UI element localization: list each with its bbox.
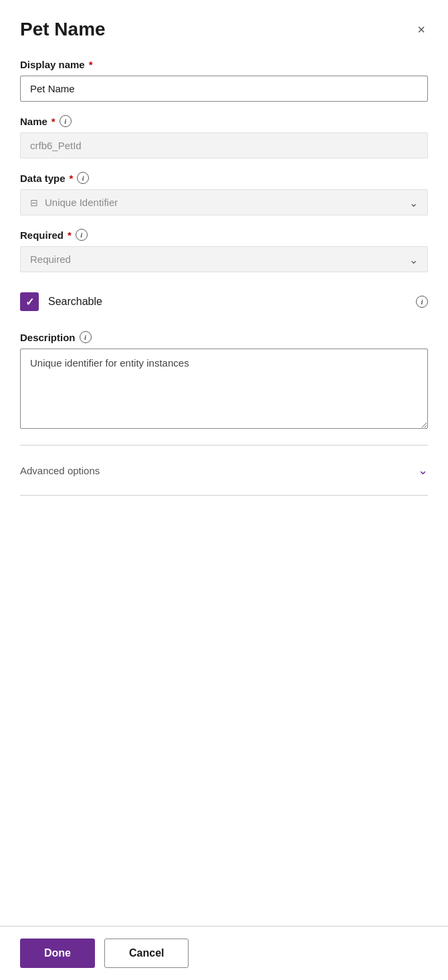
data-type-info-icon[interactable]: i bbox=[77, 172, 89, 184]
header: Pet Name × bbox=[20, 19, 428, 40]
close-button[interactable]: × bbox=[415, 20, 428, 39]
data-type-label: Data type * i bbox=[20, 172, 428, 184]
required-section: Required * i Required ⌄ bbox=[20, 229, 428, 272]
description-textarea[interactable]: Unique identifier for entity instances bbox=[20, 349, 428, 429]
name-section: Name * i bbox=[20, 115, 428, 159]
divider-top bbox=[20, 445, 428, 446]
data-type-wrapper: ⊟ Unique Identifier ⌄ bbox=[20, 189, 428, 215]
required-info-icon[interactable]: i bbox=[76, 229, 88, 241]
advanced-options-chevron-icon: ⌄ bbox=[418, 463, 428, 478]
required-star: * bbox=[89, 59, 93, 70]
searchable-checkbox[interactable]: ✓ bbox=[20, 292, 39, 311]
required-star-datatype: * bbox=[70, 173, 74, 184]
searchable-label: Searchable bbox=[48, 296, 407, 308]
data-type-chevron-icon: ⌄ bbox=[409, 196, 418, 209]
required-star-name: * bbox=[51, 116, 55, 127]
required-star-req: * bbox=[68, 229, 72, 241]
advanced-options-label: Advanced options bbox=[20, 465, 100, 476]
required-select[interactable]: Required ⌄ bbox=[20, 246, 428, 272]
searchable-info-icon[interactable]: i bbox=[416, 296, 428, 308]
searchable-row: ✓ Searchable i bbox=[20, 286, 428, 318]
name-label: Name * i bbox=[20, 115, 428, 127]
description-info-icon[interactable]: i bbox=[80, 331, 92, 343]
footer: Done Cancel bbox=[0, 926, 448, 980]
cancel-button[interactable]: Cancel bbox=[104, 939, 189, 968]
required-label: Required * i bbox=[20, 229, 428, 241]
panel: Pet Name × Display name * Name * i Data … bbox=[0, 0, 448, 980]
display-name-section: Display name * bbox=[20, 59, 428, 102]
advanced-options-row[interactable]: Advanced options ⌄ bbox=[20, 456, 428, 484]
divider-bottom bbox=[20, 495, 428, 496]
panel-body: Pet Name × Display name * Name * i Data … bbox=[0, 0, 448, 926]
done-button[interactable]: Done bbox=[20, 939, 95, 968]
data-type-select[interactable]: ⊟ Unique Identifier ⌄ bbox=[20, 189, 428, 215]
panel-title: Pet Name bbox=[20, 19, 106, 40]
name-info-icon[interactable]: i bbox=[60, 115, 72, 127]
checkmark-icon: ✓ bbox=[25, 296, 34, 308]
name-input bbox=[20, 132, 428, 159]
display-name-label: Display name * bbox=[20, 59, 428, 70]
data-type-section: Data type * i ⊟ Unique Identifier ⌄ bbox=[20, 172, 428, 215]
description-label: Description i bbox=[20, 331, 428, 343]
data-type-icon: ⊟ bbox=[30, 197, 38, 208]
display-name-input[interactable] bbox=[20, 76, 428, 102]
required-wrapper: Required ⌄ bbox=[20, 246, 428, 272]
required-chevron-icon: ⌄ bbox=[409, 253, 418, 266]
description-section: Description i Unique identifier for enti… bbox=[20, 331, 428, 431]
